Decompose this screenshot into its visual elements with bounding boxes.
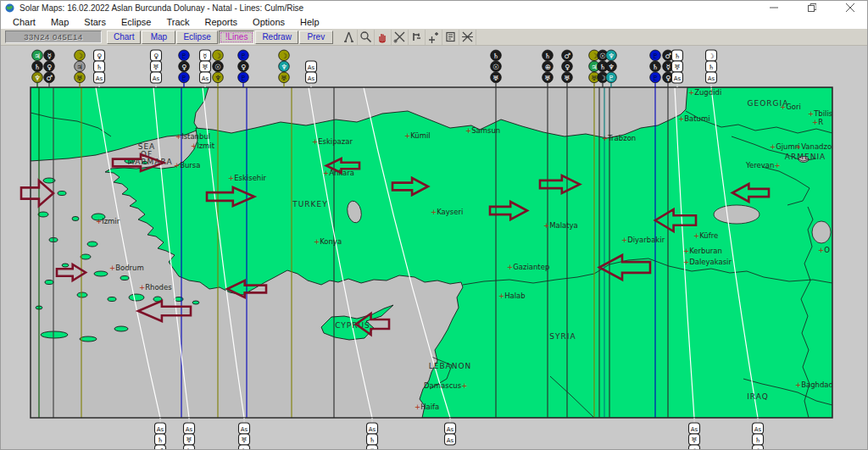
marker-glyph: ♅ [674, 64, 680, 71]
city-label: +Izmir [96, 217, 120, 225]
planet-line-marker-top: ♇♀♇ [179, 50, 190, 87]
region-label: LEBANON [429, 362, 472, 370]
marker-glyph: ☽ [708, 53, 714, 60]
marker-glyph: ♄ [369, 436, 375, 444]
planet-glyph: ♆ [281, 63, 287, 71]
restore-button[interactable] [793, 1, 831, 14]
planet-glyph: ♄ [544, 52, 551, 60]
marker-glyph: As [674, 75, 682, 82]
planet-glyph: ♀ [565, 63, 570, 71]
close-button[interactable] [831, 1, 868, 14]
pan-hand-icon[interactable] [375, 30, 392, 45]
planet-glyph: ☉ [492, 63, 499, 71]
planet-glyph: ☽ [591, 52, 598, 60]
planet-glyph: ♆ [34, 74, 41, 82]
chart-button[interactable]: Chart [107, 31, 141, 44]
planet-line-marker-top: ☿♅As [200, 50, 211, 87]
marker-glyph: As [153, 75, 160, 82]
planet-line-marker-top: AsAs [306, 61, 317, 87]
locate-tool-icon[interactable] [426, 30, 442, 45]
coordinate-display: 33N24 045E14 [5, 31, 102, 43]
planet-line-marker-top: ♇♀♇ [238, 50, 249, 87]
menu-chart[interactable]: Chart [1, 17, 43, 27]
eclipse-button[interactable]: Eclipse [176, 31, 217, 44]
planet-line-marker-top: ☽☉♆ [213, 50, 224, 87]
planet-glyph: ♃ [34, 52, 41, 60]
planet-line-marker-bottom: As♄♂ [155, 418, 166, 450]
lines-button[interactable]: !Lines [219, 31, 255, 44]
planet-line-marker-bottom: As♅♄ [184, 418, 195, 450]
city-label: +Izmit [191, 142, 215, 150]
minimize-button[interactable] [754, 1, 793, 14]
marker-glyph: As [308, 64, 315, 71]
marker-glyph: ♅ [241, 436, 247, 444]
marker-glyph: As [447, 437, 454, 444]
lake-van [714, 205, 760, 224]
planet-glyph: ♄ [599, 63, 606, 71]
marker-glyph: As [708, 75, 715, 82]
planet-glyph: ♇ [181, 74, 187, 82]
planet-glyph: ☿ [665, 63, 670, 71]
zoom-tool-icon[interactable] [358, 30, 375, 45]
menu-reports[interactable]: Reports [198, 17, 246, 27]
city-label: +Kümil [404, 131, 431, 140]
city-label: +O [818, 246, 830, 254]
star-tool-icon[interactable] [459, 30, 476, 45]
planet-glyph: ⊕ [544, 63, 550, 71]
marker-glyph: ☽ [754, 447, 760, 450]
menu-stars[interactable]: Stars [76, 17, 114, 27]
planet-line-marker-bottom: As♅♄ [239, 418, 250, 450]
planet-line-marker-top: ☿♀♂ [44, 50, 55, 87]
city-label: Yerevan+ [745, 161, 781, 169]
map-button[interactable]: Map [142, 31, 175, 44]
planet-glyph: ♇ [240, 74, 247, 82]
marker-glyph: As [754, 426, 762, 433]
marker-glyph: As [308, 75, 315, 82]
menu-bar: Chart Map Stars Eclipse Track Reports Op… [1, 14, 868, 29]
menu-map[interactable]: Map [43, 17, 76, 27]
region-label: IRAQ [747, 392, 769, 401]
marker-glyph: ♀ [97, 53, 102, 60]
marker-glyph: ♄ [96, 64, 102, 71]
prev-button[interactable]: Prev [299, 31, 333, 44]
planet-line-marker-top: ♃♄♆ [32, 50, 43, 87]
astro-map-canvas[interactable]: +Istanbul+Izmit+Bursa+Eskisehir+Izmir+Bo… [1, 46, 868, 450]
planet-glyph: ♄ [34, 63, 41, 71]
app-window: Solar Maps: 16.02.2022 Aslan Burcunda Do… [0, 0, 868, 450]
region-label: GEORGIA [748, 99, 789, 108]
city-label: +Kayseri [431, 208, 463, 216]
clamp-tool-icon[interactable] [409, 30, 426, 45]
compass-tool-icon[interactable] [341, 30, 358, 45]
marker-glyph: ♅ [202, 64, 208, 71]
cut-tool-icon[interactable] [392, 30, 409, 45]
map-client-area: +Istanbul+Izmit+Bursa+Eskisehir+Izmir+Bo… [1, 46, 868, 450]
city-label: +Istanbul [175, 132, 210, 141]
planet-glyph: ♂ [665, 52, 671, 60]
city-label: Damascus+ [424, 381, 467, 390]
planet-glyph: ♇ [181, 52, 187, 60]
planet-line-marker-top: ♀♅As [151, 50, 162, 87]
marker-glyph: ♀ [153, 53, 159, 60]
marker-glyph: ♄ [674, 53, 680, 60]
city-label: +Tbilisi [808, 109, 835, 118]
menu-track[interactable]: Track [159, 17, 197, 27]
planet-glyph: ♅ [544, 74, 551, 82]
city-label: +Eskisehir [228, 174, 267, 182]
marker-glyph: ♅ [153, 64, 159, 71]
city-label: +Zugdidi [688, 88, 721, 97]
city-label: +Malatya [543, 221, 578, 230]
menu-help[interactable]: Help [292, 17, 327, 27]
menu-options[interactable]: Options [245, 17, 292, 27]
marker-glyph: ☿ [203, 53, 208, 60]
redraw-button[interactable]: Redraw [255, 31, 298, 44]
marker-glyph: As [369, 426, 376, 433]
marker-glyph: ♅ [691, 436, 697, 444]
menu-eclipse[interactable]: Eclipse [114, 17, 159, 27]
report-tool-icon[interactable] [442, 30, 459, 45]
planet-glyph: ☽ [76, 52, 83, 60]
city-label: +Samsun [465, 126, 500, 135]
planet-glyph: ☽ [281, 52, 287, 60]
city-label: +Konya [314, 237, 342, 246]
app-icon [5, 3, 14, 13]
planet-glyph: ♇ [240, 52, 247, 60]
